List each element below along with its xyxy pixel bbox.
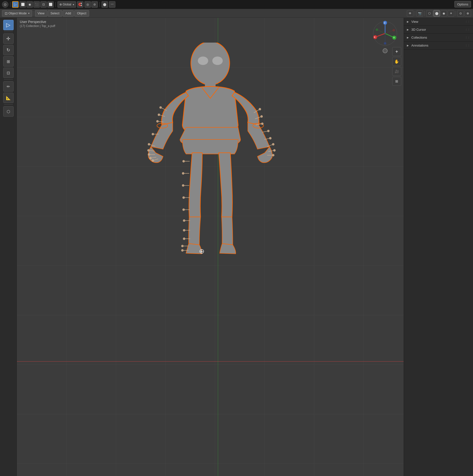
- workspace-icon[interactable]: ⊙: [2, 1, 8, 8]
- lock-btn[interactable]: ⬤: [102, 1, 108, 8]
- svg-point-32: [259, 108, 261, 110]
- svg-point-52: [157, 120, 158, 122]
- annotate-icon: ✏: [7, 84, 10, 89]
- circle-select-btn[interactable]: ◉: [26, 1, 33, 8]
- svg-point-7: [212, 56, 223, 65]
- menu-sep-1: [33, 11, 34, 16]
- zoom-in-btn[interactable]: +: [392, 47, 401, 56]
- grid-icon: ⊞: [395, 79, 398, 83]
- svg-point-46: [272, 154, 274, 156]
- transform-icon: ⊕: [59, 3, 62, 6]
- camera-view-btn[interactable]: 🎥: [392, 67, 401, 76]
- axis-gizmo-area[interactable]: X Y Z: [371, 20, 401, 50]
- wireframe-btn[interactable]: ⬡: [426, 10, 433, 17]
- workspace-symbol: ⊙: [4, 2, 7, 6]
- box-select-icons: ⬜ ◉ ⬛ ⊡ ⬜: [20, 1, 54, 8]
- svg-text:X: X: [374, 36, 375, 38]
- rendered-btn[interactable]: ☀: [448, 10, 454, 17]
- options-button[interactable]: Options: [454, 1, 471, 7]
- viewport-background[interactable]: [17, 18, 404, 476]
- mode-label: Object Mode: [8, 11, 27, 15]
- select-tool-icon[interactable]: ▷: [12, 1, 19, 8]
- svg-point-20: [183, 209, 185, 211]
- svg-point-12: [183, 160, 185, 162]
- rotate-icon: ↻: [6, 47, 10, 53]
- global-label: Global: [63, 3, 71, 6]
- move-tool-btn[interactable]: ✛: [3, 33, 14, 44]
- proportional-btn[interactable]: ◎: [84, 1, 91, 8]
- svg-point-34: [261, 115, 263, 117]
- cursor-dots: ⋮⋮: [465, 28, 470, 31]
- vp-sep2: [424, 11, 425, 16]
- menu-select[interactable]: Select: [48, 10, 62, 17]
- global-dropdown-arrow: ▾: [73, 3, 74, 6]
- lasso-select-btn[interactable]: ⬛: [33, 1, 40, 8]
- annotate-tool-btn[interactable]: ✏: [3, 81, 14, 92]
- move-icon: ✛: [6, 36, 10, 42]
- material-btn[interactable]: ◉: [441, 10, 447, 17]
- menu-bar: ⊡ Object Mode ▾ View Select Add Object 👁…: [0, 9, 473, 18]
- npanel-annotations-section: ▶ Annotations ⋮⋮: [404, 42, 473, 50]
- viewport-shading-pin[interactable]: 👁: [407, 10, 413, 17]
- global-transform-btn[interactable]: ⊕ Global ▾: [57, 1, 76, 8]
- svg-point-40: [269, 137, 271, 139]
- separator-3: [100, 2, 100, 7]
- svg-point-26: [183, 238, 185, 240]
- svg-point-84: [384, 42, 386, 45]
- tweak-btn[interactable]: ⊡: [40, 1, 47, 8]
- npanel-view-section: ▶ View ⋮⋮: [404, 18, 473, 26]
- svg-text:Z: Z: [384, 22, 386, 24]
- svg-point-56: [148, 143, 150, 145]
- view-label: View: [411, 20, 418, 24]
- svg-point-80: [393, 29, 395, 31]
- rotate-tool-btn[interactable]: ↻: [3, 45, 14, 55]
- svg-point-58: [148, 149, 150, 151]
- collections-label: Collections: [411, 36, 427, 39]
- svg-point-82: [376, 28, 378, 31]
- transform-tool-btn[interactable]: ⊡: [3, 68, 14, 78]
- scale-tool-btn[interactable]: ⊞: [3, 56, 14, 67]
- overlay-btn[interactable]: ⊙: [457, 10, 464, 17]
- menu-add[interactable]: Add: [63, 10, 74, 17]
- measure-tool-btn[interactable]: 📐: [3, 93, 14, 103]
- svg-point-30: [182, 249, 184, 251]
- right-side-tools: + ✋ 🎥 ⊞: [392, 47, 401, 86]
- extra-btn[interactable]: ⬜: [47, 1, 54, 8]
- gizmo-btn[interactable]: ⊕: [465, 10, 471, 17]
- pan-btn[interactable]: ✋: [392, 57, 401, 66]
- add-primitive-btn[interactable]: ⬡: [3, 106, 14, 117]
- cursor-arrow-icon: ▶: [407, 28, 410, 31]
- cursor-label: 3D Cursor: [411, 28, 426, 31]
- npanel-view-header[interactable]: ▶ View ⋮⋮: [404, 18, 473, 26]
- npanel-annotations-header[interactable]: ▶ Annotations ⋮⋮: [404, 42, 473, 49]
- vp-sep3: [456, 11, 456, 16]
- svg-text:Y: Y: [393, 36, 395, 39]
- scale-icon: ⊞: [7, 59, 10, 64]
- axis-gizmo-svg: X Y Z: [371, 20, 399, 47]
- toolbar-sep-1: [4, 32, 13, 32]
- svg-point-62: [150, 157, 152, 159]
- svg-point-22: [183, 220, 185, 222]
- svg-point-54: [152, 133, 154, 135]
- svg-point-28: [182, 245, 184, 247]
- camera-btn[interactable]: 📷: [417, 10, 423, 17]
- select-tool-btn[interactable]: ▷: [3, 20, 14, 30]
- svg-point-42: [272, 143, 274, 145]
- pan-icon: ✋: [394, 59, 399, 64]
- snap-btn[interactable]: 🧲: [77, 1, 83, 8]
- svg-point-68: [201, 251, 202, 252]
- menu-view[interactable]: View: [35, 10, 47, 17]
- svg-point-16: [182, 185, 184, 186]
- solid-btn[interactable]: ⬤: [433, 10, 440, 17]
- wave-btn[interactable]: 〰: [109, 1, 115, 8]
- box-select-btn[interactable]: ⬜: [20, 1, 26, 8]
- npanel-cursor-header[interactable]: ▶ 3D Cursor ⋮⋮: [404, 26, 473, 33]
- proportional-type-btn[interactable]: ⊘: [91, 1, 98, 8]
- menu-object[interactable]: Object: [74, 10, 89, 17]
- npanel-collections-header[interactable]: ▶ Collections ⋮⋮: [404, 34, 473, 41]
- transform-icon: ⊡: [7, 71, 10, 75]
- orbit-dot[interactable]: [383, 48, 388, 53]
- grid-view-btn[interactable]: ⊞: [392, 77, 401, 86]
- mode-button[interactable]: ⊡ Object Mode ▾: [2, 10, 32, 17]
- snap-extra-icons: ◎ ⊘: [84, 1, 98, 8]
